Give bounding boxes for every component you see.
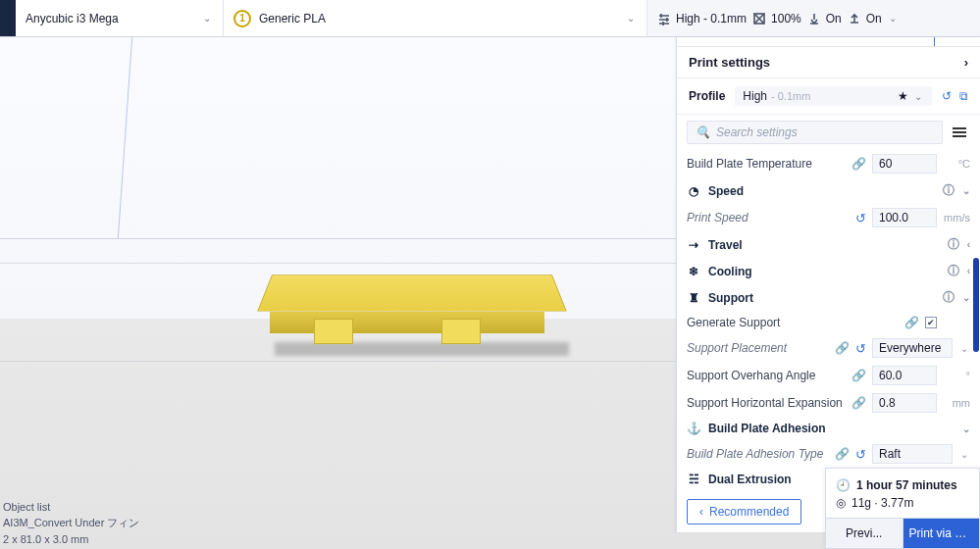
- category-travel[interactable]: ⇢ Travel ⓘ ‹: [677, 231, 980, 258]
- print-time: 1 hour 57 minutes: [856, 478, 957, 492]
- setting-bpa-type: Build Plate Adhesion Type 🔗 ↺ Raft ⌄: [677, 440, 980, 468]
- print-button[interactable]: Print via USB: [903, 518, 980, 548]
- setting-generate-support: Generate Support 🔗 ✔: [677, 311, 980, 334]
- material-selector[interactable]: 1 Generic PLA ⌄: [224, 0, 647, 36]
- object-list[interactable]: Object list AI3M_Convert Under フィン 2 x 8…: [3, 499, 139, 548]
- support-summary[interactable]: On: [807, 12, 842, 25]
- chevron-down-icon: ⌄: [958, 449, 970, 460]
- profile-selector[interactable]: High - 0.1mm ★ ⌄: [735, 86, 932, 106]
- category-cooling[interactable]: ❄ Cooling ⓘ ‹: [677, 258, 980, 284]
- print-summary-strip: High - 0.1mm 100% On On ⌄: [647, 0, 980, 36]
- category-build-plate-adhesion[interactable]: ⚓ Build Plate Adhesion ⌄: [677, 417, 980, 440]
- chevron-down-icon: ⌄: [887, 13, 899, 24]
- category-support[interactable]: ♜ Support ⓘ ⌄: [677, 284, 980, 311]
- setting-print-speed: Print Speed ↺ 100.0 mm/s: [677, 204, 980, 231]
- chevron-left-icon: ‹: [967, 266, 970, 276]
- info-icon[interactable]: ⓘ: [943, 182, 954, 199]
- link-icon[interactable]: 🔗: [904, 316, 919, 329]
- model-preview[interactable]: [265, 258, 559, 356]
- support-icon: [807, 12, 821, 25]
- infill-summary[interactable]: 100%: [752, 12, 801, 25]
- settings-search-input[interactable]: 🔍 Search settings: [687, 121, 943, 144]
- printer-name: Anycubic i3 Mega: [26, 12, 119, 25]
- bpa-type-select[interactable]: Raft: [872, 444, 953, 464]
- reset-icon[interactable]: ↺: [855, 341, 866, 356]
- support-hexp-input[interactable]: 0.8: [872, 393, 937, 413]
- print-speed-input[interactable]: 100.0: [872, 208, 937, 227]
- adhesion-icon: [848, 12, 861, 25]
- profile-row: Profile High - 0.1mm ★ ⌄ ↺ ⧉: [677, 78, 980, 115]
- chevron-down-icon: ⌄: [962, 292, 970, 303]
- sliders-icon: [657, 12, 671, 25]
- compare-icon[interactable]: ⧉: [959, 89, 968, 103]
- recommended-button[interactable]: ‹ Recommended: [687, 499, 801, 524]
- link-icon[interactable]: 🔗: [851, 396, 866, 410]
- infill-icon: [752, 12, 766, 25]
- category-speed[interactable]: ◔ Speed ⓘ ⌄: [677, 177, 980, 204]
- chevron-down-icon: ⌄: [625, 13, 637, 24]
- link-icon[interactable]: 🔗: [835, 341, 850, 355]
- print-settings-panel: Print settings › Profile High - 0.1mm ★ …: [676, 37, 980, 532]
- chevron-down-icon: ⌄: [201, 13, 213, 24]
- object-name[interactable]: AI3M_Convert Under フィン: [3, 515, 139, 531]
- search-icon: 🔍: [696, 125, 710, 139]
- profile-label: Profile: [689, 89, 725, 103]
- setting-support-horizontal-expansion: Support Horizontal Expansion 🔗 0.8 mm: [677, 389, 980, 417]
- clock-icon: 🕘: [836, 478, 851, 492]
- travel-icon: ⇢: [687, 238, 700, 252]
- build-plate-temp-input[interactable]: 60: [872, 154, 937, 174]
- material-usage: 11g · 3.77m: [851, 496, 913, 510]
- gauge-icon: ◔: [687, 184, 700, 198]
- object-list-title: Object list: [3, 499, 139, 516]
- support-placement-select[interactable]: Everywhere: [872, 338, 953, 358]
- printer-selector[interactable]: Anycubic i3 Mega ⌄: [16, 0, 224, 36]
- link-icon[interactable]: 🔗: [851, 369, 866, 382]
- extruder-badge: 1: [233, 10, 251, 27]
- action-card: 🕘 1 hour 57 minutes ◎ 11g · 3.77m Previ.…: [825, 468, 980, 549]
- app-menu-stub[interactable]: [0, 0, 16, 36]
- panel-title: Print settings: [689, 55, 770, 70]
- panel-scrollbar[interactable]: [973, 258, 979, 352]
- chevron-left-icon: ‹: [967, 239, 970, 250]
- chevron-left-icon: ‹: [699, 505, 703, 519]
- reset-icon[interactable]: ↺: [855, 447, 866, 462]
- reset-icon[interactable]: ↺: [855, 211, 866, 225]
- support-angle-input[interactable]: 60.0: [872, 366, 937, 385]
- chevron-down-icon: ⌄: [962, 424, 970, 434]
- info-icon[interactable]: ⓘ: [943, 289, 954, 306]
- chevron-down-icon: ⌄: [958, 343, 970, 354]
- material-name: Generic PLA: [259, 12, 326, 25]
- link-icon[interactable]: 🔗: [851, 157, 866, 171]
- star-icon: ★: [898, 89, 908, 103]
- generate-support-checkbox[interactable]: ✔: [925, 317, 937, 328]
- adhesion-icon: ⚓: [687, 422, 700, 435]
- chevron-down-icon: ⌄: [962, 185, 970, 196]
- snowflake-icon: ❄: [687, 265, 700, 278]
- search-placeholder: Search settings: [716, 125, 798, 139]
- build-volume-edge: [118, 37, 132, 238]
- setting-support-overhang-angle: Support Overhang Angle 🔗 60.0 °: [677, 362, 980, 389]
- link-icon[interactable]: 🔗: [835, 447, 850, 461]
- top-toolbar: Anycubic i3 Mega ⌄ 1 Generic PLA ⌄ High …: [0, 0, 980, 37]
- quality-summary[interactable]: High - 0.1mm: [657, 12, 747, 25]
- reset-icon[interactable]: ↺: [942, 89, 952, 103]
- chevron-right-icon[interactable]: ›: [964, 55, 968, 70]
- panel-ruler: [677, 37, 980, 47]
- setting-support-placement: Support Placement 🔗 ↺ Everywhere ⌄: [677, 334, 980, 362]
- settings-hamburger-button[interactable]: [949, 124, 970, 141]
- setting-build-plate-temp: Build Plate Temperature 🔗 60 °C: [677, 150, 980, 177]
- material-icon: ◎: [836, 496, 846, 510]
- chevron-down-icon: ⌄: [912, 91, 924, 102]
- object-dimensions: 2 x 81.0 x 3.0 mm: [3, 531, 139, 548]
- info-icon[interactable]: ⓘ: [948, 263, 959, 279]
- support-icon: ♜: [687, 291, 700, 305]
- info-icon[interactable]: ⓘ: [948, 236, 959, 253]
- adhesion-summary[interactable]: On ⌄: [848, 12, 899, 25]
- dual-extrusion-icon: ☵: [687, 473, 700, 486]
- preview-button[interactable]: Previ...: [826, 518, 903, 548]
